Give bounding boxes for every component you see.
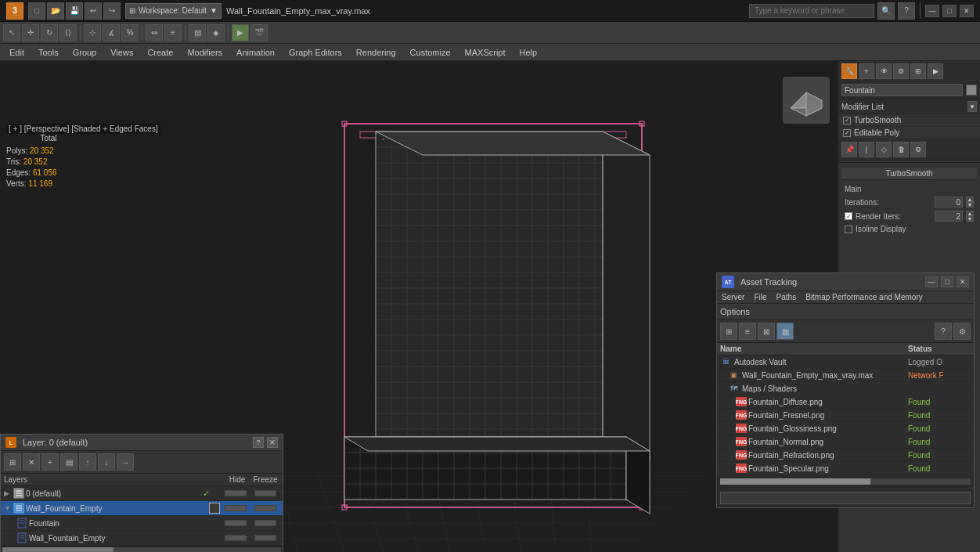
asset-restore-btn[interactable]: □ xyxy=(941,276,953,287)
menu-customize[interactable]: Customize xyxy=(404,46,457,59)
asset-row-refraction[interactable]: FNG Fountain_Refraction.png Found xyxy=(717,449,974,462)
modifier-editable-poly[interactable]: ✓ Editable Poly xyxy=(838,127,980,139)
render-iters-checkbox[interactable]: ✓ xyxy=(845,212,852,220)
isoline-checkbox[interactable] xyxy=(845,225,852,233)
help-btn[interactable]: ? xyxy=(898,2,915,20)
asset-tb-btn2[interactable]: ≡ xyxy=(739,323,756,340)
pin-stack-btn[interactable]: 📌 xyxy=(841,142,857,157)
object-name-input[interactable] xyxy=(841,84,963,96)
iterations-down[interactable]: ▼ xyxy=(966,202,974,207)
search-btn[interactable]: 🔍 xyxy=(877,2,895,20)
asset-menu-paths[interactable]: Paths xyxy=(772,291,802,303)
menu-create[interactable]: Create xyxy=(141,46,179,59)
layer-scroll-track[interactable] xyxy=(2,547,281,552)
snap-btn[interactable]: ⊹ xyxy=(84,24,101,41)
layer-row-fountain[interactable]: Fountain xyxy=(1,516,283,531)
asset-row-fresnel[interactable]: FNG Fountain_Fresnel.png Found xyxy=(717,409,974,422)
show-result-btn[interactable]: | xyxy=(859,142,874,157)
menu-rendering[interactable]: Rendering xyxy=(350,46,402,59)
menu-group[interactable]: Group xyxy=(67,46,103,59)
layer-row-wall-fountain[interactable]: ▼ Wall_Fountain_Empty xyxy=(1,501,283,516)
rotate-btn[interactable]: ↻ xyxy=(41,24,58,41)
modifier-turbosmooth[interactable]: ✓ TurboSmooth xyxy=(838,114,980,127)
layer-toolbar-btn1[interactable]: ⊞ xyxy=(4,453,21,471)
open-btn[interactable]: 📂 xyxy=(47,2,64,20)
asset-tb-btn1[interactable]: ⊞ xyxy=(720,323,737,340)
layer-btn[interactable]: ▤ xyxy=(189,24,206,41)
layer-btn5[interactable]: ↑ xyxy=(79,453,96,471)
layer-btn6[interactable]: ↓ xyxy=(98,453,115,471)
redo-btn[interactable]: ↪ xyxy=(103,2,121,20)
object-color-swatch[interactable] xyxy=(966,85,977,96)
material-btn[interactable]: ◈ xyxy=(207,24,225,41)
asset-row-specular[interactable]: FNG Fountain_Specular.png Found xyxy=(717,462,974,475)
layer-help-btn[interactable]: ? xyxy=(253,437,264,448)
app-logo[interactable]: 3 xyxy=(6,2,23,20)
menu-help[interactable]: Help xyxy=(513,46,544,59)
asset-close-btn[interactable]: ✕ xyxy=(957,276,969,287)
display-icon[interactable]: 👁 xyxy=(876,63,892,79)
layer-row-wall-fountain-sub[interactable]: Wall_Fountain_Empty xyxy=(1,531,283,546)
layer-btn7[interactable]: → xyxy=(117,453,134,471)
layer-delete-btn[interactable]: ✕ xyxy=(23,453,40,471)
menu-tools[interactable]: Tools xyxy=(32,46,65,59)
win-minimize-btn[interactable]: — xyxy=(925,5,939,17)
render-iters-input[interactable] xyxy=(935,211,963,222)
asset-tb-btn3[interactable]: ⊠ xyxy=(758,323,775,340)
percent-snap-btn[interactable]: % xyxy=(121,24,139,41)
quick-render-btn[interactable]: 🎬 xyxy=(250,24,268,41)
remove-mod-btn[interactable]: 🗑 xyxy=(893,142,909,157)
iterations-up[interactable]: ▲ xyxy=(966,197,974,202)
render-iters-down[interactable]: ▼ xyxy=(966,216,974,222)
mirror-btn[interactable]: ⇔ xyxy=(146,24,163,41)
hierarchy-icon[interactable]: ⊞ xyxy=(910,63,926,79)
layer-btn4[interactable]: ▤ xyxy=(60,453,77,471)
editablepoly-checkbox[interactable]: ✓ xyxy=(843,129,851,137)
undo-btn[interactable]: ↩ xyxy=(85,2,102,20)
save-btn[interactable]: 💾 xyxy=(66,2,83,20)
asset-minimize-btn[interactable]: — xyxy=(925,276,938,287)
align-btn[interactable]: ≡ xyxy=(164,24,182,41)
asset-menu-file[interactable]: File xyxy=(749,291,771,303)
utilities-icon[interactable]: ⚙ xyxy=(893,63,909,79)
iterations-input[interactable] xyxy=(935,197,963,207)
layer-row-default[interactable]: ▶ 0 (default) ✓ xyxy=(1,486,283,501)
turbosmooth-checkbox[interactable]: ✓ xyxy=(843,117,851,124)
layer-close-btn[interactable]: ✕ xyxy=(267,437,278,448)
asset-row-max[interactable]: ▣ Wall_Fountain_Empty_max_vray.max Netwo… xyxy=(717,369,974,382)
asset-settings-btn[interactable]: ⚙ xyxy=(953,323,971,340)
render-iters-up[interactable]: ▲ xyxy=(966,211,974,216)
render-btn[interactable]: ▶ xyxy=(232,24,249,41)
menu-maxscript[interactable]: MAXScript xyxy=(459,46,512,59)
asset-row-vault[interactable]: 🏛 Autodesk Vault Logged O xyxy=(717,355,974,369)
win-restore-btn[interactable]: □ xyxy=(942,5,957,17)
asset-row-diffuse[interactable]: FNG Fountain_Diffuse.png Found xyxy=(717,395,974,409)
make-unique-btn[interactable]: ◇ xyxy=(876,142,892,157)
workspace-dropdown[interactable]: ⊞ Workspace: Default ▼ xyxy=(125,3,222,19)
create-icon[interactable]: + xyxy=(859,63,874,79)
select-btn[interactable]: ↖ xyxy=(3,24,20,41)
layer-scrollbar[interactable] xyxy=(1,546,283,552)
move-btn[interactable]: ✛ xyxy=(22,24,39,41)
layer-add-btn[interactable]: + xyxy=(41,453,59,471)
asset-menu-bitmap[interactable]: Bitmap Performance and Memory xyxy=(801,291,928,303)
asset-row-glossiness[interactable]: FNG Fountain_Glossiness.png Found xyxy=(717,422,974,435)
modifier-list-dropdown[interactable]: ▼ xyxy=(967,101,977,112)
scale-btn[interactable]: ⟨⟩ xyxy=(59,24,77,41)
asset-menu-server[interactable]: Server xyxy=(717,291,749,303)
nav-cube[interactable] xyxy=(783,77,830,124)
configure-btn[interactable]: ⚙ xyxy=(910,142,926,157)
menu-modifiers[interactable]: Modifiers xyxy=(181,46,229,59)
win-close-btn[interactable]: ✕ xyxy=(960,5,974,17)
menu-views[interactable]: Views xyxy=(104,46,139,59)
asset-menu-options[interactable]: Options xyxy=(720,305,971,318)
asset-tb-btn4[interactable]: ▦ xyxy=(776,323,794,340)
search-input[interactable] xyxy=(749,4,874,18)
menu-graph-editors[interactable]: Graph Editors xyxy=(283,46,348,59)
asset-path-input[interactable] xyxy=(720,492,971,504)
motion-icon[interactable]: ▶ xyxy=(928,63,943,79)
asset-row-normal[interactable]: FNG Fountain_Normal.png Found xyxy=(717,435,974,449)
asset-row-maps[interactable]: 🗺 Maps / Shaders xyxy=(717,382,974,395)
new-btn[interactable]: □ xyxy=(28,2,45,20)
asset-help-btn[interactable]: ? xyxy=(935,323,952,340)
